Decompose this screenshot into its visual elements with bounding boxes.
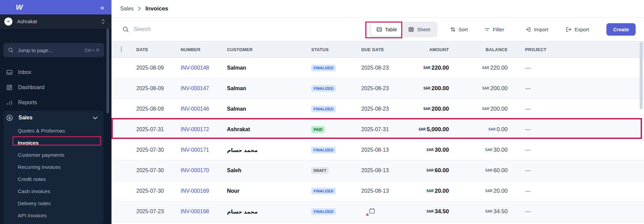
invoice-project: — [508,167,639,174]
currency-label: SAR [426,169,433,172]
invoice-project: — [508,85,639,91]
invoice-number-link[interactable]: INV-000148 [181,65,227,71]
filter-label: Filter [493,27,504,32]
invoice-row[interactable]: 2025-07-30 INV-000170 Saleh DRAFT 2025-0… [111,160,644,181]
view-sheet-button[interactable]: Sheet [403,23,436,36]
invoice-due-date: 2025-08-23 [361,106,405,112]
invoice-customer: محمد حسام [227,209,311,215]
sidebar-item-label: Reports [18,100,37,106]
invoice-project: — [508,126,639,133]
invoice-number-link[interactable]: INV-000168 [181,209,227,215]
search-input[interactable]: Search [123,26,369,33]
workspace-name: Ashrakat [17,18,101,24]
invoice-date: 2025-08-09 [136,65,181,71]
toolbar-actions: Table Sheet Sort Filter [369,22,636,37]
invoice-due-date: 2025-08-23 [361,85,405,91]
sidebar-item-recurring-invoices[interactable]: Recurring invoices [3,161,103,173]
invoice-status: FINALIZED [311,188,361,194]
filter-button[interactable]: Filter [484,27,504,32]
table-header: DATE NUMBER CUSTOMER STATUS DUE DATE AMO… [111,41,644,58]
invoice-balance: SAR60.00 [449,167,508,174]
currency-label: SAR [482,86,489,90]
currency-label: SAR [482,66,489,70]
main-scrollbar-thumb[interactable] [640,42,643,109]
sidebar-item-inbox[interactable]: Inbox [0,65,111,80]
invoice-number-link[interactable]: INV-000146 [181,106,227,112]
reports-icon [6,99,13,106]
invoice-row[interactable]: 2025-08-09 INV-000148 Salman FINALIZED 2… [111,58,644,78]
breadcrumb-current-page: Invoices [145,5,168,12]
sidebar-scrollbar-thumb[interactable] [106,29,109,113]
invoice-row[interactable]: 2025-07-23 INV-000168 محمد حسام FINALIZE… [111,201,644,222]
sidebar-item-customer-payments[interactable]: Customer payments [3,149,103,161]
invoice-due-date: 2025-08-23 [361,65,405,71]
invoice-number-link[interactable]: INV-000171 [181,147,227,153]
invoice-row[interactable]: 2025-07-30 INV-000169 Nour FINALIZED 202… [111,181,644,201]
chevron-down-icon [93,115,97,121]
invoice-customer: Salman [227,65,311,71]
invoice-row[interactable]: 2025-08-09 INV-000146 Salman FINALIZED 2… [111,99,644,119]
column-header-number: NUMBER [181,47,227,52]
invoice-number-link[interactable]: INV-000169 [181,188,227,194]
invoice-customer: محمد حسام [227,147,311,153]
sidebar-item-label: Dashboard [18,84,44,90]
sidebar-item-api-invoices[interactable]: API Invoices [3,210,103,222]
sidebar-item-dashboard[interactable]: Dashboard [0,80,111,95]
invoice-balance: SAR30.00 [449,147,508,153]
import-button[interactable]: Import [525,27,548,32]
sidebar-item-quotes-proformas[interactable]: Quotes & Proformas [3,125,103,137]
column-header-due-date: DUE DATE [361,47,405,52]
select-all-checkbox[interactable] [121,46,122,52]
sidebar-item-sales[interactable]: S Sales [3,111,103,125]
sidebar-item-invoices[interactable]: Invoices [3,137,103,149]
collapse-sidebar-icon[interactable]: « [100,4,104,11]
search-icon [8,47,14,53]
chevron-updown-icon [101,19,105,24]
invoice-row[interactable]: 2025-08-09 INV-000147 Salman FINALIZED 2… [111,78,644,99]
invoice-row[interactable]: 2025-07-30 INV-000171 محمد حسام FINALIZE… [111,140,644,160]
invoice-project: — [508,188,639,194]
overdue-days: -6 [365,213,369,217]
app-window: W « W Ashrakat Jump to page... Ctrl + P … [0,0,644,224]
breadcrumb: Sales Invoices [111,0,644,17]
main-content: Sales Invoices Search Table Sheet [111,0,644,224]
currency-label: SAR [423,66,430,70]
sidebar-item-cash-invoices[interactable]: Cash invoices [3,185,103,197]
invoice-date: 2025-07-23 [136,209,181,215]
invoice-row[interactable]: 2025-07-31 INV-000172 Ashrakat PAID 2025… [111,119,644,140]
invoice-date: 2025-07-30 [136,147,181,153]
invoice-number-link[interactable]: INV-000147 [181,85,227,91]
invoice-amount: SAR200.00 [405,106,449,112]
sidebar-item-reports[interactable]: Reports [0,95,111,110]
sort-button[interactable]: Sort [450,27,468,32]
invoice-status: FINALIZED [311,106,361,112]
export-icon [566,27,571,32]
column-header-status: STATUS [311,47,361,52]
breadcrumb-sales-link[interactable]: Sales [120,6,134,12]
export-button[interactable]: Export [566,27,589,32]
invoice-customer: Salman [227,106,311,112]
workspace-switcher[interactable]: W Ashrakat [0,14,111,29]
status-badge: FINALIZED [311,65,336,71]
import-icon [525,27,531,32]
view-sheet-label: Sheet [417,27,430,32]
create-button[interactable]: Create [606,23,636,36]
invoice-number-link[interactable]: INV-000172 [181,126,227,133]
status-badge: FINALIZED [311,147,336,153]
invoice-customer: Salman [227,85,311,91]
jump-to-page-button[interactable]: Jump to page... Ctrl + P [3,43,104,57]
sidebar-item-delivery-notes[interactable]: Delivery notes [3,197,103,210]
brand-bar: W « [0,0,111,14]
column-header-date: DATE [136,47,181,52]
invoice-status: FINALIZED [311,85,361,92]
toolbar: Search Table Sheet Sort [111,17,644,41]
sidebar-item-credit-notes[interactable]: Credit notes [3,173,103,185]
overdue-calendar-icon: -6 [369,208,375,214]
wafeq-logo: W [16,3,22,12]
status-badge: FINALIZED [311,208,336,215]
invoice-number-link[interactable]: INV-000170 [181,167,227,174]
view-table-button[interactable]: Table [371,23,403,36]
inbox-icon [6,69,13,76]
currency-label: SAR [482,107,489,111]
invoice-balance: SAR34.50 [449,208,508,215]
